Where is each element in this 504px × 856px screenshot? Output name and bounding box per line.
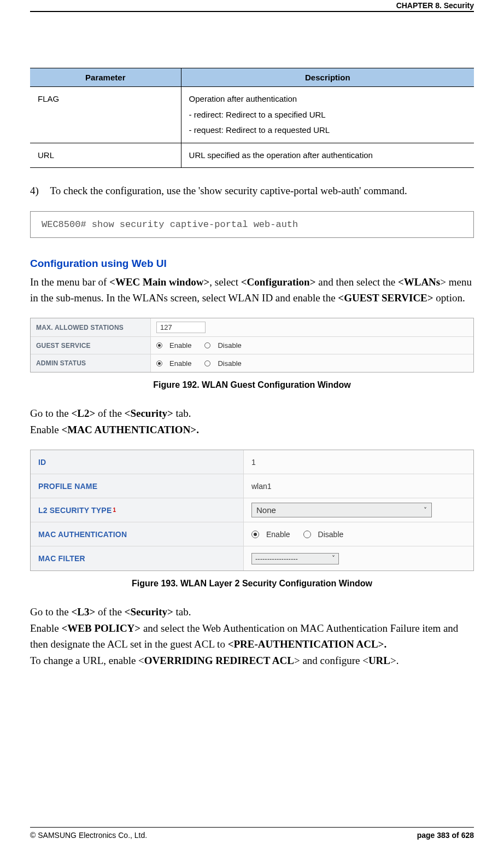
admin-disable-radio[interactable] (204, 360, 210, 366)
section-title-webui: Configuration using Web UI (30, 258, 474, 270)
id-value: 1 (244, 453, 473, 471)
admin-enable-radio[interactable] (156, 360, 162, 366)
table-row: URL URL specified as the operation after… (30, 143, 474, 168)
max-stations-input[interactable]: 127 (156, 322, 206, 333)
macauth-disable-radio[interactable] (303, 531, 311, 538)
profile-name-label: PROFILE NAME (31, 474, 244, 498)
parameter-table: Parameter Description FLAG Operation aft… (30, 68, 474, 168)
admin-status-label: ADMIN STATUS (31, 354, 151, 372)
code-block: WEC8500# show security captive-portal we… (30, 211, 474, 238)
figure-193-caption: Figure 193. WLAN Layer 2 Security Config… (30, 579, 474, 589)
mac-filter-select[interactable]: ------------------ ˅ (251, 553, 339, 564)
paragraph-2: Go to the <L2> of the <Security> tab. En… (30, 405, 474, 438)
max-stations-label: MAX. ALLOWED STATIONS (31, 318, 151, 336)
mac-auth-label: MAC AUTHENTICATION (31, 522, 244, 546)
chevron-down-icon: ˅ (424, 506, 427, 514)
figure-193-box: ID 1 PROFILE NAME wlan1 L2 SECURITY TYPE… (30, 450, 474, 571)
desc-cell: URL specified as the operation after aut… (181, 143, 474, 168)
paragraph-3: Go to the <L3> of the <Security> tab. En… (30, 604, 474, 668)
profile-name-value: wlan1 (244, 478, 473, 495)
guest-service-value: Enable Disable (151, 338, 473, 353)
copyright-text: © SAMSUNG Electronics Co., Ltd. (30, 831, 147, 840)
id-label: ID (31, 450, 244, 474)
desc-cell: Operation after authentication - redirec… (181, 87, 474, 143)
max-stations-value: 127 (151, 318, 473, 336)
l2-security-type-select[interactable]: None ˅ (251, 503, 432, 517)
step-number: 4) (30, 183, 48, 199)
figure-192-caption: Figure 192. WLAN Guest Configuration Win… (30, 380, 474, 390)
th-parameter: Parameter (30, 68, 181, 87)
chevron-down-icon: ˅ (332, 555, 335, 562)
l2-security-type-label: L2 SECURITY TYPE1 (31, 498, 244, 522)
admin-status-value: Enable Disable (151, 356, 473, 371)
page-footer: © SAMSUNG Electronics Co., Ltd. page 383… (30, 827, 474, 840)
chapter-header: CHAPTER 8. Security (396, 1, 474, 10)
param-cell: FLAG (30, 87, 181, 143)
step-4: 4) To check the configuration, use the '… (30, 183, 474, 199)
mac-auth-value: Enable Disable (244, 526, 473, 543)
page-number: page 383 of 628 (417, 831, 474, 840)
th-description: Description (181, 68, 474, 87)
macauth-enable-radio[interactable] (251, 531, 259, 538)
guest-disable-radio[interactable] (204, 342, 210, 348)
guest-service-label: GUEST SERVICE (31, 337, 151, 354)
mac-filter-label: MAC FILTER (31, 546, 244, 570)
param-cell: URL (30, 143, 181, 168)
step-text: To check the configuration, use the 'sho… (50, 185, 407, 196)
guest-enable-radio[interactable] (156, 342, 162, 348)
paragraph-1: In the menu bar of <WEC Main window>, se… (30, 274, 474, 306)
figure-192-box: MAX. ALLOWED STATIONS 127 GUEST SERVICE … (30, 318, 474, 372)
table-row: FLAG Operation after authentication - re… (30, 87, 474, 143)
